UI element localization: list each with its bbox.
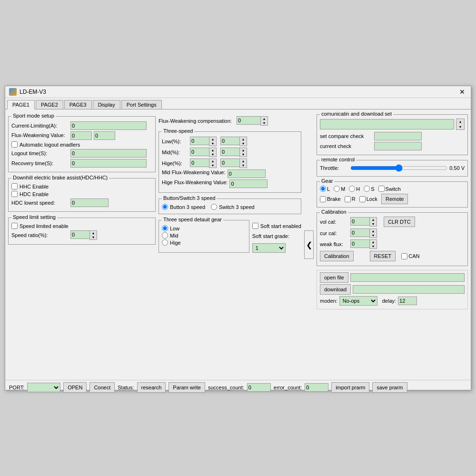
flux-comp-spinner[interactable]: ▲ ▼ bbox=[260, 116, 268, 126]
brake-checkbox[interactable] bbox=[320, 196, 326, 202]
gear-h-radio[interactable] bbox=[349, 186, 355, 192]
remote-button[interactable]: Remote bbox=[381, 194, 408, 204]
low-up2[interactable]: ▲ bbox=[240, 137, 247, 141]
logout-time-input[interactable] bbox=[70, 149, 147, 158]
low-down1[interactable]: ▼ bbox=[209, 141, 216, 146]
current-check-input[interactable] bbox=[374, 142, 422, 150]
weak-flux-input[interactable] bbox=[350, 239, 369, 248]
hige-down2[interactable]: ▼ bbox=[240, 163, 247, 168]
cur-cal-down[interactable]: ▼ bbox=[370, 233, 377, 238]
download-button[interactable]: download bbox=[320, 284, 351, 295]
current-limiting-input[interactable] bbox=[70, 121, 147, 130]
weak-flux-spinner[interactable]: ▲ ▼ bbox=[369, 239, 377, 249]
communication-spinner[interactable]: ▲ ▼ bbox=[456, 119, 465, 130]
delay-input[interactable] bbox=[398, 297, 417, 305]
speed-ratio-spinner[interactable]: ▲ ▼ bbox=[89, 230, 97, 240]
speed-ratio-up[interactable]: ▲ bbox=[90, 231, 97, 235]
mid-input2[interactable] bbox=[220, 148, 239, 156]
import-prarm-button[interactable]: import prarm bbox=[331, 382, 369, 393]
hige-spinner2[interactable]: ▲ ▼ bbox=[239, 159, 247, 168]
hdc-lowest-input[interactable] bbox=[70, 198, 109, 207]
r-checkbox[interactable] bbox=[345, 196, 351, 202]
low-spinner1[interactable]: ▲ ▼ bbox=[209, 137, 217, 146]
throttle-slider[interactable] bbox=[350, 164, 447, 172]
reset-button[interactable]: RESET bbox=[370, 251, 396, 261]
mid-input1[interactable] bbox=[190, 148, 209, 156]
soft-start-checkbox[interactable] bbox=[252, 223, 258, 229]
flux-weakening-input1[interactable] bbox=[70, 131, 92, 140]
error-count-input[interactable] bbox=[305, 383, 328, 392]
auto-logout-checkbox[interactable] bbox=[11, 141, 18, 148]
cur-cal-spinner[interactable]: ▲ ▼ bbox=[369, 228, 377, 238]
comm-up[interactable]: ▲ bbox=[456, 119, 464, 124]
tab-display[interactable]: Display bbox=[93, 100, 120, 109]
default-hige-radio[interactable] bbox=[162, 239, 168, 246]
hige-up2[interactable]: ▲ bbox=[240, 159, 247, 163]
research-button[interactable]: research bbox=[137, 382, 166, 393]
vol-cal-spinner[interactable]: ▲ ▼ bbox=[369, 217, 377, 227]
chevron-button[interactable]: ❮ bbox=[304, 230, 314, 259]
gear-s-radio[interactable] bbox=[364, 186, 370, 192]
gear-m-radio[interactable] bbox=[334, 186, 340, 192]
communication-top-input[interactable] bbox=[320, 119, 454, 129]
gear-l-radio[interactable] bbox=[320, 186, 326, 192]
lock-checkbox[interactable] bbox=[359, 196, 366, 202]
comm-down[interactable]: ▼ bbox=[456, 124, 464, 129]
weak-flux-up[interactable]: ▲ bbox=[370, 240, 377, 244]
set-compare-check-input[interactable] bbox=[374, 132, 422, 140]
mid-spinner2[interactable]: ▲ ▼ bbox=[239, 148, 247, 157]
mid-down1[interactable]: ▼ bbox=[209, 152, 216, 157]
mid-spinner1[interactable]: ▲ ▼ bbox=[209, 148, 217, 157]
tab-page2[interactable]: PAGE2 bbox=[36, 100, 63, 109]
hhc-enable-checkbox[interactable] bbox=[11, 183, 18, 189]
vol-cal-down[interactable]: ▼ bbox=[370, 222, 377, 226]
mid-up2[interactable]: ▲ bbox=[240, 148, 247, 152]
hige-up1[interactable]: ▲ bbox=[209, 159, 216, 163]
param-write-button[interactable]: Param write bbox=[169, 382, 205, 393]
speed-ratio-down[interactable]: ▼ bbox=[90, 235, 97, 239]
tab-page1[interactable]: PAGE1 bbox=[7, 100, 35, 109]
hige-flux-input[interactable] bbox=[229, 179, 268, 188]
hige-spinner1[interactable]: ▲ ▼ bbox=[209, 159, 217, 168]
low-input2[interactable] bbox=[220, 137, 239, 145]
flux-comp-down[interactable]: ▼ bbox=[261, 121, 268, 125]
switch3-radio[interactable] bbox=[211, 204, 217, 210]
moden-select[interactable]: No-ops bbox=[339, 296, 377, 306]
save-prarm-button[interactable]: save prarm bbox=[372, 382, 407, 393]
open-button[interactable]: OPEN bbox=[63, 382, 87, 393]
low-input1[interactable] bbox=[190, 137, 209, 145]
calibration-button[interactable]: Calibration bbox=[320, 251, 354, 261]
vol-cal-input[interactable] bbox=[350, 217, 369, 226]
soft-start-grade-select[interactable]: 1 2 3 bbox=[252, 243, 286, 253]
port-select[interactable] bbox=[27, 383, 60, 392]
clr-dtc-button[interactable]: CLR DTC bbox=[384, 217, 415, 227]
speed-ratio-input[interactable] bbox=[70, 230, 89, 239]
cur-cal-input[interactable] bbox=[350, 228, 369, 237]
button3-radio[interactable] bbox=[162, 204, 168, 210]
low-spinner2[interactable]: ▲ ▼ bbox=[239, 137, 247, 146]
open-file-input[interactable] bbox=[350, 273, 465, 282]
flux-comp-up[interactable]: ▲ bbox=[261, 117, 268, 121]
can-checkbox[interactable] bbox=[401, 253, 407, 259]
speed-limited-checkbox[interactable] bbox=[11, 223, 18, 229]
vol-cal-up[interactable]: ▲ bbox=[370, 218, 377, 222]
cur-cal-up[interactable]: ▲ bbox=[370, 229, 377, 233]
success-count-input[interactable] bbox=[247, 383, 271, 392]
connect-button[interactable]: Conect bbox=[89, 382, 115, 393]
flux-weakening-input2[interactable] bbox=[94, 131, 115, 140]
tab-page3[interactable]: PAGE3 bbox=[64, 100, 92, 109]
hige-input1[interactable] bbox=[190, 159, 209, 167]
hige-input2[interactable] bbox=[220, 159, 239, 167]
flux-comp-input[interactable] bbox=[237, 116, 260, 125]
hige-down1[interactable]: ▼ bbox=[209, 163, 216, 168]
open-file-button[interactable]: open file bbox=[320, 272, 348, 283]
weak-flux-down[interactable]: ▼ bbox=[370, 244, 377, 248]
tab-port-settings[interactable]: Port Settings bbox=[121, 100, 162, 109]
low-down2[interactable]: ▼ bbox=[240, 141, 247, 146]
mid-down2[interactable]: ▼ bbox=[240, 152, 247, 157]
recovery-time-input[interactable] bbox=[70, 159, 147, 168]
mid-flux-input[interactable] bbox=[228, 169, 266, 178]
low-up1[interactable]: ▲ bbox=[209, 137, 216, 141]
default-mid-radio[interactable] bbox=[162, 232, 168, 238]
default-low-radio[interactable] bbox=[162, 225, 168, 231]
